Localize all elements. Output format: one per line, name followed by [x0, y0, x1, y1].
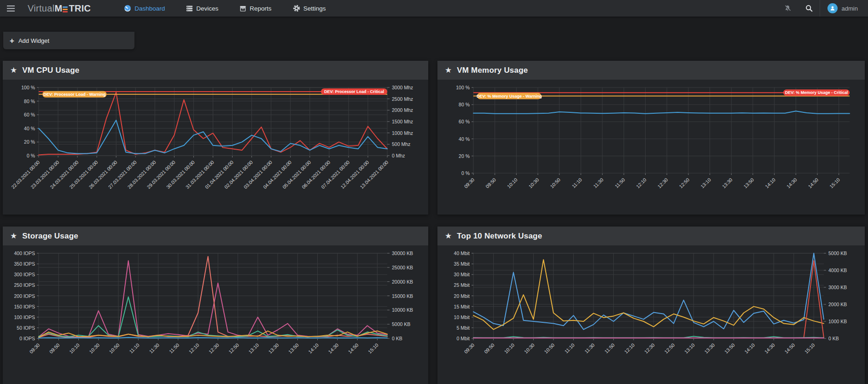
svg-text:5000 KB: 5000 KB [828, 250, 847, 256]
svg-text:20 Mbit: 20 Mbit [454, 293, 470, 299]
svg-text:0 %: 0 % [461, 170, 470, 176]
hamburger-icon [7, 6, 15, 12]
svg-text:20 %: 20 % [459, 153, 470, 159]
svg-text:12:50: 12:50 [227, 342, 240, 355]
svg-text:60 %: 60 % [459, 119, 470, 124]
svg-text:12:10: 12:10 [635, 177, 647, 189]
svg-text:12:30: 12:30 [643, 342, 656, 355]
svg-text:10:30: 10:30 [523, 342, 536, 355]
widget-storage-usage: ★ Storage Usage 09:3009:5010:1010:3010:5… [3, 227, 428, 384]
avatar [827, 3, 838, 13]
svg-text:80 %: 80 % [24, 99, 35, 104]
svg-text:200 IOPS: 200 IOPS [14, 293, 35, 299]
star-icon[interactable]: ★ [10, 66, 17, 74]
widget-header[interactable]: ★ VM CPU Usage [3, 61, 428, 80]
svg-text:13:50: 13:50 [742, 177, 755, 189]
star-icon[interactable]: ★ [445, 232, 452, 240]
search-button[interactable] [798, 0, 820, 17]
svg-text:13:10: 13:10 [699, 177, 712, 189]
svg-text:350 IOPS: 350 IOPS [14, 261, 35, 267]
user-menu[interactable]: admin [820, 3, 868, 13]
widget-title: VM Memory Usage [457, 66, 528, 75]
svg-text:0 %: 0 % [27, 153, 35, 158]
svg-text:40 Mbit: 40 Mbit [454, 250, 470, 256]
svg-text:15 Mbit: 15 Mbit [454, 304, 470, 309]
svg-text:4000 KB: 4000 KB [828, 268, 847, 273]
tab-dashboard[interactable]: Dashboard [123, 1, 166, 16]
svg-text:11:30: 11:30 [583, 342, 596, 355]
svg-text:0 Mhz: 0 Mhz [392, 153, 405, 158]
svg-text:14:50: 14:50 [807, 177, 819, 189]
svg-text:10:50: 10:50 [543, 342, 555, 355]
svg-text:09:30: 09:30 [28, 342, 41, 355]
svg-text:1500 Mhz: 1500 Mhz [392, 119, 413, 124]
svg-text:0 Mbit: 0 Mbit [456, 336, 470, 341]
svg-text:13:50: 13:50 [723, 342, 736, 355]
svg-text:50 IOPS: 50 IOPS [17, 325, 35, 331]
svg-text:30 Mbit: 30 Mbit [454, 272, 470, 277]
svg-text:10:50: 10:50 [108, 342, 120, 355]
svg-text:11:30: 11:30 [148, 342, 160, 355]
add-widget-button[interactable]: + Add Widget [3, 32, 134, 49]
plus-icon: + [10, 37, 14, 45]
widget-vm-cpu-usage: ★ VM CPU Usage 22.03.2021 00:0023.03.202… [3, 61, 428, 215]
svg-text:12:10: 12:10 [187, 342, 200, 355]
logo-text-m: M [54, 3, 62, 14]
svg-text:10:50: 10:50 [549, 177, 561, 189]
svg-text:30000 KB: 30000 KB [392, 250, 413, 256]
notifications-off-icon [784, 5, 792, 12]
svg-text:10000 KB: 10000 KB [392, 307, 413, 313]
top10-network-usage-chart: 09:3009:5010:1010:3010:5011:1011:3011:50… [437, 245, 865, 384]
svg-text:0 KB: 0 KB [828, 336, 839, 341]
svg-text:DEV: Processor Load - Warning: DEV: Processor Load - Warning [43, 92, 105, 97]
svg-text:12:50: 12:50 [678, 177, 690, 189]
svg-text:12:10: 12:10 [623, 342, 635, 355]
svg-text:09:50: 09:50 [484, 177, 497, 189]
svg-text:12:30: 12:30 [208, 342, 220, 355]
tab-label: Devices [196, 5, 218, 12]
svg-text:11:50: 11:50 [168, 342, 181, 355]
svg-text:2500 Mhz: 2500 Mhz [392, 96, 413, 102]
tab-devices[interactable]: Devices [185, 1, 219, 16]
svg-text:10:10: 10:10 [506, 177, 518, 189]
svg-text:12:50: 12:50 [663, 342, 676, 355]
svg-text:11:50: 11:50 [603, 342, 616, 355]
svg-text:40 %: 40 % [24, 126, 35, 131]
vm-cpu-usage-chart: 22.03.2021 00:0023.03.2021 00:0024.03.20… [3, 80, 428, 215]
svg-text:0 IOPS: 0 IOPS [19, 336, 35, 341]
user-name: admin [842, 5, 858, 12]
star-icon[interactable]: ★ [10, 232, 17, 240]
widget-vm-memory-usage: ★ VM Memory Usage 09:3009:5010:1010:3010… [437, 61, 865, 215]
svg-text:15:10: 15:10 [828, 177, 841, 189]
tab-label: Reports [250, 5, 271, 12]
svg-text:14:10: 14:10 [764, 177, 776, 189]
star-icon[interactable]: ★ [445, 66, 452, 74]
svg-text:10:30: 10:30 [88, 342, 100, 355]
svg-text:15:10: 15:10 [804, 342, 816, 355]
notifications-button[interactable] [777, 0, 798, 17]
vm-memory-usage-chart: 09:3009:5010:1010:3010:5011:1011:3011:50… [437, 80, 865, 215]
gauge-icon [124, 5, 131, 12]
svg-text:DEV: % Memory Usage - Warning: DEV: % Memory Usage - Warning [477, 94, 542, 99]
widget-header[interactable]: ★ VM Memory Usage [437, 61, 865, 80]
svg-text:14:10: 14:10 [743, 342, 756, 355]
menu-button[interactable] [0, 0, 21, 17]
svg-text:25 Mbit: 25 Mbit [454, 282, 470, 288]
widget-header[interactable]: ★ Top 10 Network Usage [437, 227, 865, 245]
widget-title: VM CPU Usage [22, 66, 79, 75]
svg-text:14:30: 14:30 [327, 342, 339, 355]
top-nav: VirtualMTRIC Dashboard Devices [0, 0, 868, 17]
svg-text:11:50: 11:50 [614, 177, 626, 189]
svg-text:15:10: 15:10 [367, 342, 379, 355]
tab-settings[interactable]: Settings [292, 1, 327, 16]
gear-icon [293, 5, 300, 12]
svg-text:80 %: 80 % [459, 102, 470, 107]
widget-header[interactable]: ★ Storage Usage [3, 227, 428, 245]
svg-text:13:30: 13:30 [703, 342, 716, 355]
svg-text:14:50: 14:50 [347, 342, 359, 355]
svg-text:15000 KB: 15000 KB [392, 293, 413, 299]
svg-text:11:30: 11:30 [592, 177, 605, 189]
virtualmetric-logo[interactable]: VirtualMTRIC [28, 3, 91, 14]
tab-reports[interactable]: Reports [239, 1, 272, 16]
logo-e-bars-icon [63, 5, 68, 12]
